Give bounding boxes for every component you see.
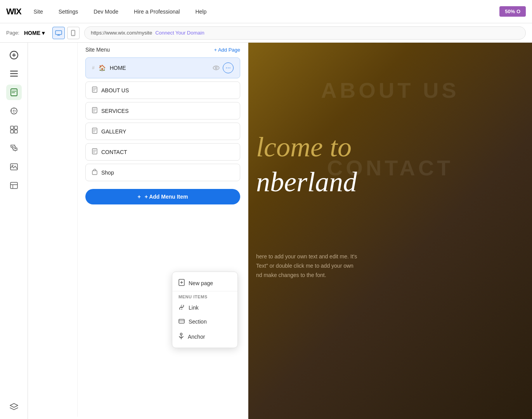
menu-item-gallery[interactable]: GALLERY bbox=[85, 123, 240, 140]
bg-about-text: ABOUT US bbox=[248, 78, 532, 103]
menu-item-label: GALLERY bbox=[101, 128, 126, 135]
svg-rect-20 bbox=[92, 171, 97, 175]
menu-item-label: HOME bbox=[110, 65, 126, 71]
menu-item-label: ABOUT US bbox=[101, 87, 129, 93]
dropdown-anchor[interactable]: Anchor bbox=[172, 329, 237, 345]
mobile-view-button[interactable] bbox=[67, 27, 80, 39]
connect-domain-link[interactable]: Connect Your Domain bbox=[155, 30, 204, 36]
anchor-label: Anchor bbox=[188, 334, 205, 340]
url-bar[interactable]: https://www.wix.com/mysite Connect Your … bbox=[84, 26, 526, 40]
sidebar-menu-icon[interactable] bbox=[6, 66, 22, 81]
page-icon bbox=[92, 148, 97, 156]
svg-rect-10 bbox=[10, 130, 14, 133]
left-sidebar bbox=[0, 43, 28, 419]
page-label: Page: bbox=[6, 30, 19, 36]
section-icon bbox=[178, 319, 185, 325]
svg-rect-7 bbox=[11, 89, 17, 96]
dropdown-new-page[interactable]: New page bbox=[172, 275, 237, 291]
svg-rect-22 bbox=[179, 319, 184, 323]
page-icon bbox=[92, 128, 97, 135]
sidebar-media-icon[interactable] bbox=[6, 159, 22, 175]
menu-item-contact[interactable]: CONTACT bbox=[85, 143, 240, 161]
menu-items-list: # 🏠 HOME ··· ABOUT US bbox=[78, 57, 248, 181]
add-page-button[interactable]: + Add Page bbox=[214, 47, 240, 53]
add-menu-item-button[interactable]: + + Add Menu Item bbox=[85, 189, 240, 204]
home-page-icon: 🏠 bbox=[99, 64, 106, 71]
dropdown-section[interactable]: Section bbox=[172, 315, 237, 329]
drag-handle-icon: # bbox=[92, 65, 95, 71]
menu-item-more-button[interactable]: ··· bbox=[223, 62, 234, 73]
svg-point-13 bbox=[12, 165, 13, 166]
welcome-text-2: nberland bbox=[256, 167, 357, 197]
preview-background: ABOUT US CONTACT ES GALLERY CONTACT Shop bbox=[248, 0, 532, 419]
nav-devmode[interactable]: Dev Mode bbox=[90, 7, 121, 16]
section-label: Section bbox=[189, 319, 207, 325]
visibility-eye-icon[interactable] bbox=[213, 65, 220, 71]
site-pages-panel: Site Pages and Menu ? ✕ Site Menu Store … bbox=[0, 0, 248, 419]
svg-rect-9 bbox=[14, 126, 17, 129]
menu-item-home-actions: ··· bbox=[213, 62, 234, 73]
svg-rect-6 bbox=[10, 76, 18, 77]
svg-rect-0 bbox=[55, 31, 62, 35]
svg-rect-11 bbox=[14, 130, 17, 133]
site-menu-header: Site Menu + Add Page bbox=[78, 40, 248, 57]
sidebar-apps-icon[interactable] bbox=[6, 122, 22, 137]
anchor-icon bbox=[178, 332, 184, 341]
nav-help[interactable]: Help bbox=[192, 7, 210, 16]
sidebar-pages-icon[interactable] bbox=[6, 85, 22, 100]
new-page-label: New page bbox=[189, 280, 213, 286]
nav-settings[interactable]: Settings bbox=[55, 7, 81, 16]
sidebar-layers-icon[interactable] bbox=[6, 399, 22, 414]
sidebar-theme-icon[interactable] bbox=[6, 103, 22, 119]
shop-bag-icon bbox=[92, 169, 97, 176]
page-icon bbox=[92, 87, 97, 94]
desktop-view-button[interactable] bbox=[52, 27, 65, 39]
site-menu-title: Site Menu bbox=[85, 47, 110, 53]
top-bar: WIX Site Settings Dev Mode Hire a Profes… bbox=[0, 0, 532, 23]
address-bar: Page: HOME ▾ https://www.wix.com/mysite … bbox=[0, 23, 532, 43]
nav-site[interactable]: Site bbox=[31, 7, 46, 16]
wix-logo: WIX bbox=[6, 7, 21, 17]
page-name-selector[interactable]: HOME ▾ bbox=[24, 30, 45, 36]
menu-item-shop[interactable]: Shop bbox=[85, 164, 240, 181]
menu-item-label: CONTACT bbox=[101, 149, 127, 155]
menu-item-about[interactable]: ABOUT US bbox=[85, 81, 240, 99]
website-preview: ABOUT US CONTACT ES GALLERY CONTACT Shop bbox=[248, 0, 532, 419]
menu-item-home[interactable]: # 🏠 HOME ··· bbox=[85, 57, 240, 78]
svg-rect-5 bbox=[10, 73, 18, 74]
sidebar-puzzle-icon[interactable] bbox=[6, 140, 22, 156]
page-icon bbox=[92, 107, 97, 114]
sidebar-table-icon[interactable] bbox=[6, 178, 22, 193]
svg-rect-4 bbox=[10, 71, 18, 72]
menu-item-services[interactable]: SERVICES bbox=[85, 102, 240, 119]
nav-hire-pro[interactable]: Hire a Professional bbox=[131, 7, 183, 16]
link-icon bbox=[178, 305, 185, 311]
new-page-icon bbox=[178, 279, 185, 287]
svg-point-2 bbox=[73, 35, 74, 35]
menu-item-label: SERVICES bbox=[101, 108, 129, 114]
upgrade-button[interactable]: 50% O bbox=[499, 6, 526, 17]
svg-point-15 bbox=[215, 67, 217, 69]
preview-body-text: here to add your own text and edit me. I… bbox=[256, 252, 357, 280]
dropdown-link[interactable]: Link bbox=[172, 301, 237, 315]
menu-item-label: Shop bbox=[101, 170, 114, 176]
svg-rect-8 bbox=[10, 126, 14, 129]
link-label: Link bbox=[189, 305, 199, 311]
add-menu-item-dropdown: New page MENU ITEMS Link Section Anchor bbox=[172, 272, 238, 348]
welcome-text-1: lcome to bbox=[256, 132, 352, 163]
menu-items-section-label: MENU ITEMS bbox=[172, 291, 237, 301]
device-buttons bbox=[52, 27, 80, 39]
sidebar-add-icon[interactable] bbox=[6, 47, 22, 63]
site-menu-column: Site Menu + Add Page # 🏠 HOME ··· bbox=[78, 40, 248, 417]
svg-rect-14 bbox=[10, 182, 17, 189]
url-text: https://www.wix.com/mysite bbox=[91, 30, 152, 36]
